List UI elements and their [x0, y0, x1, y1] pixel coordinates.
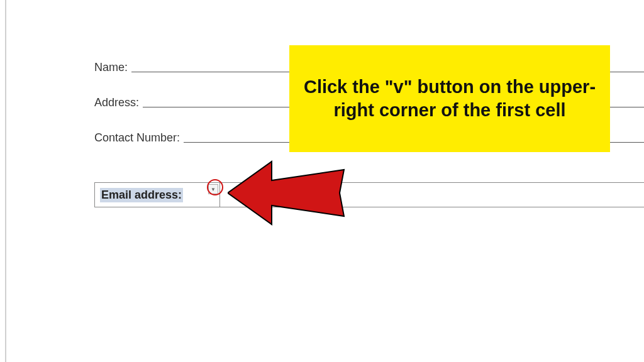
- email-table: Email address: ▼: [94, 182, 644, 207]
- contact-label: Contact Number:: [94, 131, 184, 145]
- cell-dropdown-button[interactable]: ▼: [208, 184, 218, 194]
- address-label: Address:: [94, 96, 143, 109]
- instruction-text: Click the "v" button on the upper-right …: [303, 75, 596, 122]
- page-left-edge: [5, 0, 6, 362]
- email-cell-label: Email address:: [100, 188, 183, 202]
- email-cell[interactable]: Email address: ▼: [94, 183, 220, 207]
- email-value-cell[interactable]: [220, 183, 644, 207]
- name-label: Name:: [94, 61, 131, 74]
- chevron-down-icon: ▼: [211, 187, 216, 192]
- instruction-callout: Click the "v" button on the upper-right …: [289, 45, 610, 152]
